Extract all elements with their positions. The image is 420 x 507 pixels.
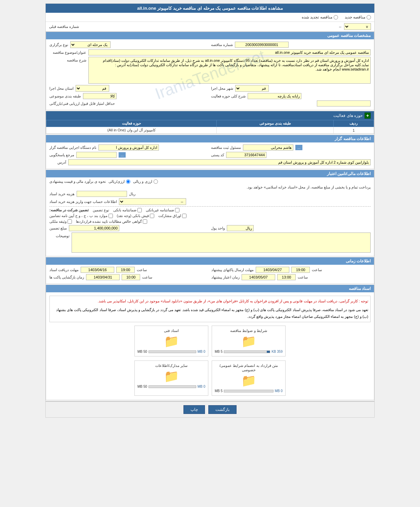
renewed-tender-radio[interactable] bbox=[334, 15, 338, 19]
reference-input[interactable] bbox=[76, 152, 117, 158]
prev-tender-row: v -- شماره مناقصه قبلی bbox=[46, 22, 374, 32]
insurance-guarantee-label: ضمانتنامه غیربانکی bbox=[146, 208, 174, 212]
subject-input[interactable]: مناقصه عمومی یک مرحله ای مناقصه خرید کام… bbox=[88, 49, 371, 55]
new-tender-label: مناقصه جدید bbox=[345, 15, 365, 19]
responsible-btn[interactable]: ... bbox=[295, 145, 302, 150]
print-button[interactable]: چاپ bbox=[183, 405, 205, 414]
postal-input[interactable]: 3716647444 bbox=[226, 152, 266, 158]
contracts-check[interactable] bbox=[143, 219, 147, 224]
address-input[interactable]: بلوارامین کوی شماره 2 اداره کل آموزش و پ… bbox=[68, 159, 371, 165]
bank-guarantee-option[interactable]: ضمانتنامه بانکی bbox=[113, 208, 142, 212]
company-shares-check[interactable] bbox=[182, 214, 186, 218]
file-other-progress: 0 MB 50 MB bbox=[137, 385, 205, 388]
activity-table: ردیف طبقه بندی موضوعی حوزه فعالیت 1 کامپ… bbox=[46, 120, 374, 134]
offer-send-time-input[interactable]: 19:00 bbox=[291, 267, 310, 273]
cash-option[interactable]: فیش بانکی (وجه نقد) bbox=[117, 214, 155, 218]
activity-desc-label: شرح کلی حوزه فعالیت bbox=[211, 94, 246, 98]
file-technical-title: اسناد فنی bbox=[137, 329, 205, 333]
cash-check[interactable] bbox=[150, 214, 154, 218]
notes-row: توضیحات bbox=[49, 233, 371, 253]
doc-receive-time-input[interactable]: 19:00 bbox=[116, 267, 135, 273]
city-select[interactable]: قم bbox=[235, 85, 269, 92]
general-specs-header: مشخصات مناقصه عمومی bbox=[46, 32, 374, 39]
back-button[interactable]: بازگشت bbox=[208, 405, 237, 414]
amount-input[interactable]: 1,400,000,000 bbox=[69, 225, 119, 231]
organizer-info-header: اطلاعات مناقصه گزار bbox=[46, 135, 374, 142]
min-score-row: حداقل امتیاز قابل قبول ارزیابی فنی/بازرگ… bbox=[49, 100, 371, 107]
file-box-terms: شرایط و ضوابط مناقصه 📁 359 KB 5 MB bbox=[212, 326, 286, 356]
open-time-input[interactable]: 10:00 bbox=[122, 274, 140, 280]
category-input[interactable]: کالا bbox=[83, 93, 117, 99]
min-score-input[interactable] bbox=[317, 100, 371, 107]
estimate-rial-label: ارزی/ریالی bbox=[109, 179, 125, 184]
estimate-label: نحوه ی برآورد مالی و قیمت پیشنهادی bbox=[49, 179, 106, 184]
property-check[interactable] bbox=[68, 219, 72, 224]
timing-info-section: اطلاعات زمانی ساعت 19:00 1403/04/27 مهلت… bbox=[46, 257, 374, 284]
file-terms-current: 359 KB bbox=[271, 350, 283, 353]
files-section: شرایط و ضوابط مناقصه 📁 359 KB 5 MB اسناد… bbox=[49, 324, 371, 358]
estimate-rial2-radio[interactable] bbox=[154, 179, 158, 184]
notice-black: تعهد می شود در اسناد مناقصه، صرفا پذیرش … bbox=[52, 307, 368, 320]
file-technical-progress: 0 MB 50 MB bbox=[137, 350, 205, 353]
guarantee-label: تضمین شرکت در مناقصه: bbox=[49, 208, 89, 212]
col-category: طبقه بندی موضوعی bbox=[217, 120, 334, 127]
account-row: -- اطلاعات حساب جهت واریز هزینه خرید اسن… bbox=[49, 198, 371, 205]
property-option[interactable]: وثیقه ملکی bbox=[49, 219, 72, 224]
progress-fill-terms bbox=[267, 351, 270, 353]
bank-guarantee-check[interactable] bbox=[137, 208, 142, 212]
tender-type-select[interactable]: یک مرحله ای bbox=[70, 41, 111, 48]
new-tender-option[interactable]: مناقصه جدید bbox=[345, 15, 371, 19]
payment-note: پرداخت تمام و یا بخشی از مبلغ مناقصه، از… bbox=[247, 185, 371, 189]
progress-bar-terms bbox=[224, 350, 270, 353]
renewed-tender-option[interactable]: مناقصه تجدید شده bbox=[302, 15, 338, 19]
timing-row-2: ساعت 13:00 1403/05/07 زمان اعتبار پیشنها… bbox=[49, 274, 371, 280]
executor-input[interactable]: اداره کل آموزش و پرورش ا bbox=[98, 144, 159, 151]
prev-tender-select[interactable]: v bbox=[344, 23, 371, 30]
items-bc-option[interactable]: موارد بند ب ، ج ، و ح آیین نامه تضامین bbox=[49, 214, 113, 218]
file-technical-max: 50 MB bbox=[137, 350, 147, 353]
open-date-input[interactable]: 1403/04/31 bbox=[86, 274, 120, 280]
unit-input[interactable]: ریال bbox=[227, 225, 254, 231]
reference-btn[interactable]: ... bbox=[119, 152, 126, 158]
company-shares-option[interactable]: اوراق مشارکت bbox=[158, 214, 186, 218]
notes-textarea[interactable] bbox=[72, 233, 371, 253]
insurance-guarantee-check[interactable] bbox=[175, 208, 179, 212]
organizer-info-section: اطلاعات مناقصه گزار ... هاشم محرابی مسئو… bbox=[46, 135, 374, 169]
items-bc-check[interactable] bbox=[109, 214, 113, 218]
company-shares-label: اوراق مشارکت bbox=[158, 214, 181, 218]
reference-label: مرجع پاسخگویی bbox=[49, 153, 74, 157]
tender-number-input[interactable]: 2003003993000001 bbox=[235, 42, 289, 48]
validity-date-input[interactable]: 1403/05/07 bbox=[242, 274, 275, 280]
account-select[interactable]: -- bbox=[119, 198, 186, 205]
open-time-unit: ساعت bbox=[142, 275, 152, 280]
add-activity-button[interactable]: + bbox=[365, 113, 371, 119]
doc-cost-label: هزینه خرید اسناد bbox=[49, 192, 75, 196]
estimate-rial-radio[interactable] bbox=[126, 179, 130, 184]
description-label: شرح مناقصه bbox=[49, 57, 86, 62]
contracts-option[interactable]: گواهی خالص مطالبات تایید نشده فرارداردها bbox=[76, 219, 147, 224]
location-row: قم شهر محل اجرا قم استان محل اجرا bbox=[49, 85, 371, 92]
activity-desc-input[interactable]: رایانه یک پارچه bbox=[248, 93, 301, 99]
amount-row: ریال واحد پول 1,400,000,000 مبلغ تضمین bbox=[49, 225, 371, 231]
responsible-input[interactable]: هاشم محرابی bbox=[243, 144, 293, 151]
validity-time-input[interactable]: 13:00 bbox=[277, 274, 296, 280]
province-label: استان محل اجرا bbox=[49, 86, 74, 91]
offer-send-label: مهلت ارسال پاکتهای پیشنهاد bbox=[211, 268, 254, 272]
new-tender-radio[interactable] bbox=[367, 15, 371, 19]
offer-send-date-input[interactable]: 1403/04/27 bbox=[256, 267, 289, 273]
insurance-guarantee-option[interactable]: ضمانتنامه غیربانکی bbox=[146, 208, 179, 212]
responsible-label: مسئول ثبت مناقصه bbox=[211, 145, 241, 150]
financial-info-header: اطلاعات مالی/تامین اعتبار bbox=[46, 170, 374, 177]
notice-box: توجه : کاربر گرامی، دریافت اسناد در مهلت… bbox=[49, 296, 371, 322]
estimate-rial2-option[interactable]: ارزی و ریالی bbox=[133, 179, 158, 184]
items-bc-label: موارد بند ب ، ج ، و ح آیین نامه تضامین bbox=[49, 214, 108, 218]
doc-cost-row: ریال هزینه خرید اسناد bbox=[49, 191, 371, 197]
estimate-rial-option[interactable]: ارزی/ریالی bbox=[109, 179, 130, 184]
doc-cost-input[interactable] bbox=[77, 191, 127, 197]
province-select[interactable]: قم bbox=[76, 85, 109, 92]
doc-receive-date-input[interactable]: 1403/04/16 bbox=[81, 267, 114, 273]
executor-label: نام دستگاه اجرایی مناقصه گزار bbox=[49, 145, 96, 150]
description-textarea[interactable]: اداره کل آموزش و پرورش استان قم در نظر د… bbox=[88, 57, 371, 84]
documents-body: توجه : کاربر گرامی، دریافت اسناد در مهلت… bbox=[46, 292, 374, 400]
cash-label: فیش بانکی (وجه نقد) bbox=[117, 214, 149, 218]
